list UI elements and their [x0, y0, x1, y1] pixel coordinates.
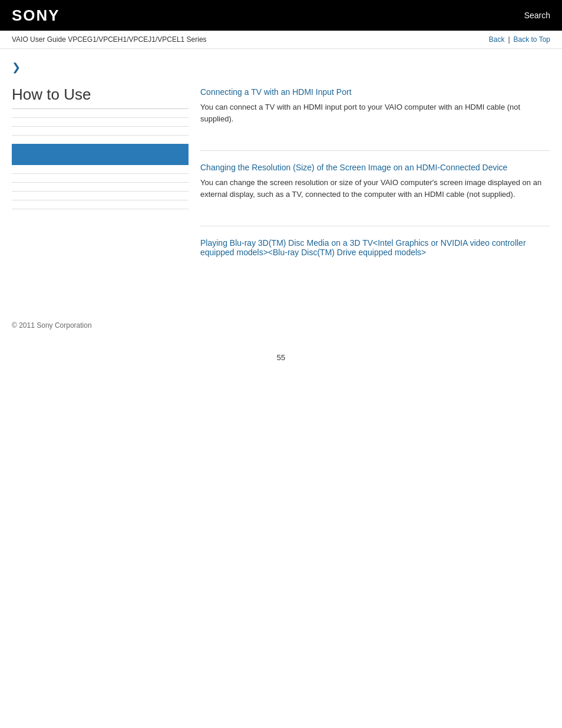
sony-logo: SONY	[12, 6, 60, 25]
article-description-2: You can change the screen resolution or …	[200, 177, 550, 200]
guide-title: VAIO User Guide VPCEG1/VPCEH1/VPCEJ1/VPC…	[12, 35, 207, 44]
sidebar-divider-6	[12, 191, 189, 192]
sidebar-arrow-icon: ❯	[12, 61, 189, 74]
sidebar-divider-4	[12, 173, 189, 174]
breadcrumb-nav: Back | Back to Top	[489, 35, 550, 44]
article-section-2: Changing the Resolution (Size) of the Sc…	[200, 163, 550, 226]
search-button[interactable]: Search	[524, 11, 550, 20]
article-section-1: Connecting a TV with an HDMI Input Port …	[200, 87, 550, 151]
page-number: 55	[277, 353, 285, 362]
main-content: ❯ How to Use Connecting a TV with an HDM…	[0, 49, 562, 297]
sidebar-divider-1	[12, 117, 189, 118]
content-area: Connecting a TV with an HDMI Input Port …	[200, 61, 550, 285]
footer: © 2011 Sony Corporation	[0, 309, 562, 341]
nav-separator: |	[508, 35, 510, 44]
article-link-1[interactable]: Connecting a TV with an HDMI Input Port	[200, 87, 550, 97]
article-section-3: Playing Blu-ray 3D(TM) Disc Media on a 3…	[200, 238, 550, 274]
sidebar-title: How to Use	[12, 85, 189, 109]
copyright-text: © 2011 Sony Corporation	[12, 321, 92, 330]
sidebar-divider-2	[12, 126, 189, 127]
page-number-area: 55	[0, 341, 562, 374]
breadcrumb-bar: VAIO User Guide VPCEG1/VPCEH1/VPCEJ1/VPC…	[0, 31, 562, 49]
back-to-top-link[interactable]: Back to Top	[514, 35, 550, 44]
sidebar-divider-8	[12, 209, 189, 209]
article-link-3[interactable]: Playing Blu-ray 3D(TM) Disc Media on a 3…	[200, 238, 550, 257]
sidebar-divider-3	[12, 135, 189, 136]
back-link[interactable]: Back	[489, 35, 505, 44]
article-description-1: You can connect a TV with an HDMI input …	[200, 101, 550, 124]
sidebar-active-item[interactable]	[12, 144, 189, 165]
header: SONY Search	[0, 0, 562, 31]
article-link-2[interactable]: Changing the Resolution (Size) of the Sc…	[200, 163, 550, 172]
sidebar: ❯ How to Use	[12, 61, 189, 285]
sidebar-divider-7	[12, 200, 189, 200]
sidebar-divider-5	[12, 182, 189, 183]
